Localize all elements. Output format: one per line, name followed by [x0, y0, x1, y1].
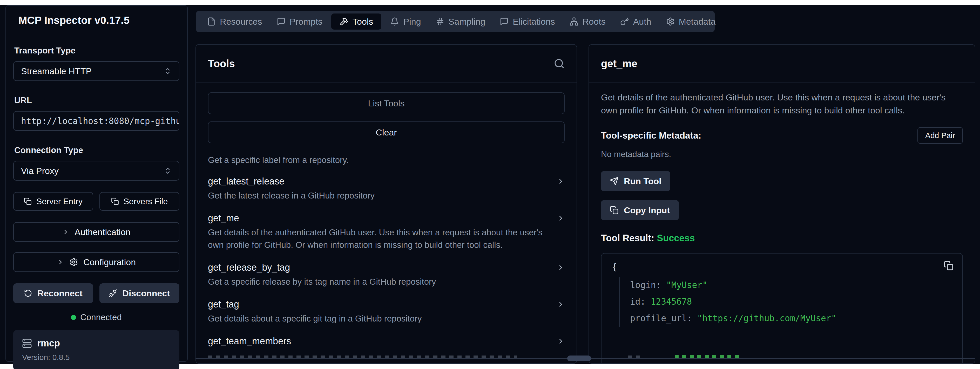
- tool-name: get_team_members: [208, 336, 291, 347]
- url-input[interactable]: http://localhost:8080/mcp-githu: [13, 111, 180, 131]
- chevron-right-icon: [557, 301, 565, 308]
- tool-list-item[interactable]: get_latest_release Get the latest releas…: [208, 176, 565, 202]
- bell-icon: [390, 17, 399, 26]
- tool-result-status: Success: [657, 233, 695, 243]
- tab-resources[interactable]: Resources: [200, 11, 269, 32]
- result-key: profile_url: [630, 313, 687, 323]
- copy-input-button[interactable]: Copy Input: [601, 200, 679, 220]
- list-tools-button[interactable]: List Tools: [208, 92, 565, 114]
- chevron-right-icon: [62, 228, 69, 235]
- transport-type-select[interactable]: Streamable HTTP: [13, 61, 180, 81]
- result-value: 12345678: [651, 297, 692, 307]
- server-version: Version: 0.8.5: [22, 353, 170, 362]
- tool-description: Get details about a specific git tag in …: [208, 312, 548, 325]
- disconnect-label: Disconnect: [122, 288, 170, 298]
- server-buttons-row: Server Entry Servers File: [13, 192, 180, 211]
- tab-label: Tools: [353, 17, 373, 27]
- tools-panel-header: Tools: [196, 45, 577, 83]
- tool-list-item[interactable]: get_me Get details of the authenticated …: [208, 213, 565, 251]
- connection-buttons-row: Reconnect Disconnect: [13, 283, 180, 303]
- result-rows: login: "MyUser" id: 12345678 profile_url…: [619, 277, 952, 327]
- tool-list-item[interactable]: get_team_members: [208, 336, 565, 347]
- no-metadata-text: No metadata pairs.: [601, 150, 963, 159]
- server-card: rmcp Version: 0.8.5: [13, 330, 180, 369]
- file-icon: [207, 17, 216, 26]
- tab-label: Ping: [403, 17, 421, 27]
- tab-ping[interactable]: Ping: [383, 11, 428, 32]
- clear-button[interactable]: Clear: [208, 121, 565, 143]
- sidebar-header: MCP Inspector v0.17.5: [6, 6, 187, 35]
- tab-label: Auth: [633, 17, 651, 27]
- open-brace: {: [612, 261, 952, 273]
- authentication-collapsible[interactable]: Authentication: [13, 222, 180, 242]
- transport-type-value: Streamable HTTP: [21, 66, 92, 76]
- message-square-icon: [500, 17, 509, 26]
- copy-icon: [610, 206, 619, 215]
- mcp-inspector-app: MCP Inspector v0.17.5 Transport Type Str…: [0, 5, 980, 364]
- key-icon: [620, 17, 629, 26]
- panel-resize-handle[interactable]: [567, 356, 591, 361]
- status-dot-icon: [71, 315, 76, 320]
- send-icon: [610, 177, 619, 186]
- tab-label: Resources: [220, 17, 262, 27]
- add-pair-button[interactable]: Add Pair: [918, 127, 963, 144]
- tool-name: get_latest_release: [208, 176, 284, 187]
- transport-type-label: Transport Type: [14, 46, 180, 56]
- tool-description: Get a specific release by its tag name i…: [208, 275, 548, 288]
- tool-list-item[interactable]: get_release_by_tag Get a specific releas…: [208, 262, 565, 288]
- connection-type-select[interactable]: Via Proxy: [13, 161, 180, 181]
- tab-label: Sampling: [449, 17, 485, 27]
- server-entry-label: Server Entry: [37, 197, 83, 206]
- tab-prompts[interactable]: Prompts: [269, 11, 330, 32]
- servers-file-label: Servers File: [124, 197, 168, 206]
- tool-result-label: Tool Result:: [601, 233, 654, 243]
- reconnect-label: Reconnect: [37, 288, 83, 298]
- result-value: "MyUser": [666, 280, 707, 290]
- tab-sampling[interactable]: Sampling: [428, 11, 493, 32]
- tool-description: Get details of the authenticated GitHub …: [208, 226, 548, 251]
- configuration-collapsible[interactable]: Configuration: [13, 252, 180, 272]
- chevrons-up-down-icon: [164, 167, 172, 175]
- top-nav: Resources Prompts Tools Ping Sampling El…: [196, 11, 715, 32]
- gear-icon: [69, 258, 78, 267]
- gear-icon: [666, 17, 675, 26]
- tab-label: Metadata: [679, 17, 716, 27]
- tab-metadata[interactable]: Metadata: [659, 11, 723, 32]
- chevron-right-icon: [557, 337, 565, 345]
- tab-label: Roots: [582, 17, 606, 27]
- server-name: rmcp: [37, 338, 60, 349]
- chevron-right-icon: [57, 258, 64, 266]
- server-entry-button[interactable]: Server Entry: [13, 192, 93, 211]
- selected-tool-title: get_me: [601, 58, 637, 70]
- server-icon: [22, 339, 32, 348]
- result-row: login: "MyUser": [630, 277, 952, 293]
- network-icon: [570, 17, 578, 26]
- hash-icon: [436, 17, 444, 26]
- tools-list-panel: Tools List Tools Clear Get a specific la…: [196, 44, 577, 364]
- tab-roots[interactable]: Roots: [562, 11, 613, 32]
- servers-file-button[interactable]: Servers File: [99, 192, 180, 211]
- tab-tools[interactable]: Tools: [331, 13, 381, 30]
- copy-icon: [24, 197, 32, 205]
- connection-type-value: Via Proxy: [21, 166, 59, 176]
- metadata-row: Tool-specific Metadata: Add Pair: [601, 127, 963, 144]
- tools-panel-body: List Tools Clear Get a specific label fr…: [196, 83, 577, 347]
- tool-description-partial: Get a specific label from a repository.: [208, 155, 565, 165]
- tool-result-line: Tool Result: Success: [601, 233, 963, 244]
- tool-list-item[interactable]: get_tag Get details about a specific git…: [208, 299, 565, 325]
- connection-type-label: Connection Type: [14, 145, 180, 155]
- clipped-text-tips-green: [675, 355, 741, 358]
- reconnect-button[interactable]: Reconnect: [13, 283, 93, 303]
- clipped-text-tips: [628, 356, 640, 358]
- result-key: login: [630, 280, 656, 290]
- app-title: MCP Inspector v0.17.5: [18, 14, 130, 26]
- search-icon[interactable]: [554, 58, 565, 69]
- result-value: "https://github.com/MyUser": [697, 313, 836, 323]
- screen: MCP Inspector v0.17.5 Transport Type Str…: [0, 0, 980, 369]
- tab-elicitations[interactable]: Elicitations: [492, 11, 562, 32]
- copy-result-icon[interactable]: [943, 261, 953, 270]
- chevron-right-icon: [557, 178, 565, 185]
- tab-auth[interactable]: Auth: [613, 11, 659, 32]
- run-tool-button[interactable]: Run Tool: [601, 171, 670, 191]
- disconnect-button[interactable]: Disconnect: [99, 283, 180, 303]
